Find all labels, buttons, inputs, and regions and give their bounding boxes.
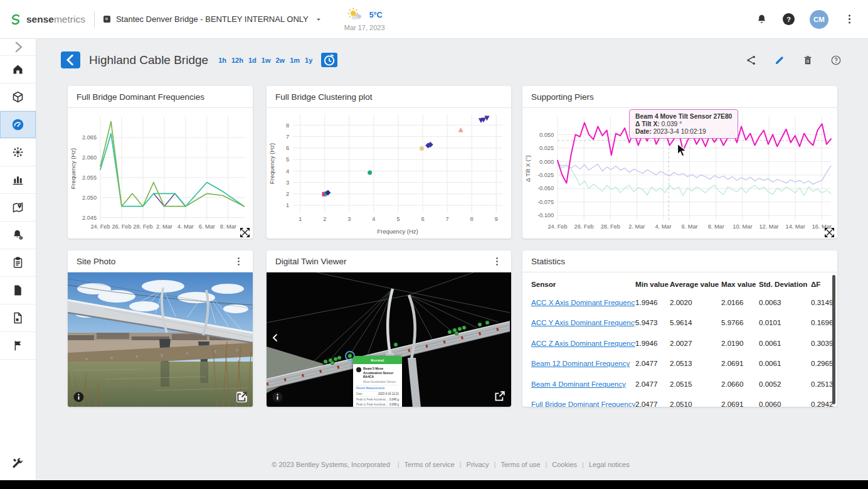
column-header: Sensor: [531, 280, 635, 288]
time-range-1h[interactable]: 1h: [218, 56, 226, 64]
time-range-1m[interactable]: 1m: [290, 56, 300, 64]
weather-temperature: 5°C: [369, 11, 383, 19]
popup-measurement-row: Date:2023-3-16 12:21: [356, 391, 399, 397]
table-scrollbar[interactable]: [832, 275, 835, 404]
cell-std: 0.0060: [759, 400, 811, 407]
svg-text:0.050: 0.050: [539, 132, 554, 138]
sidebar-item-templates[interactable]: [0, 304, 36, 332]
footer-link[interactable]: Cookies: [552, 461, 577, 468]
panel-menu-icon[interactable]: [492, 256, 502, 267]
cell-avg: 2.0515: [670, 380, 721, 388]
cell-std: 0.0052: [759, 380, 811, 388]
cell-df: 0.2965: [811, 359, 833, 367]
twin-info-icon[interactable]: [272, 392, 283, 402]
sidebar-item-reports[interactable]: [0, 249, 36, 277]
time-range-1d[interactable]: 1d: [248, 56, 257, 64]
recent-measurements-link[interactable]: Recent Measurements: [356, 385, 399, 391]
footer-separator: |: [460, 461, 462, 468]
sidebar-item-dashboards[interactable]: [0, 111, 36, 139]
sensor-link[interactable]: Beam 12 Dominant Frequency: [531, 359, 635, 367]
sidebar-item-documents[interactable]: [0, 277, 36, 304]
cell-max: 2.0190: [721, 339, 759, 347]
home-icon: [11, 63, 24, 76]
footer-link[interactable]: Legal notices: [589, 461, 630, 468]
sidebar-item-connectivity[interactable]: [0, 139, 36, 166]
svg-text:4. Mar: 4. Mar: [177, 223, 194, 230]
time-range-12h[interactable]: 12h: [231, 56, 243, 64]
photo-external-link-icon[interactable]: [236, 392, 247, 402]
expand-chart-icon[interactable]: [825, 228, 834, 237]
time-window-button[interactable]: [321, 53, 337, 67]
footer-link[interactable]: Privacy: [467, 461, 489, 468]
cell-df: 0.1696: [811, 318, 833, 326]
share-icon[interactable]: [746, 55, 757, 66]
cell-max: 2.0691: [721, 400, 759, 407]
file-icon: [11, 284, 24, 297]
sensor-link[interactable]: Beam 4 Dominant Frequency: [531, 380, 635, 388]
sidebar-expand-button[interactable]: [0, 39, 36, 56]
sidebar-item-analytics[interactable]: [0, 166, 36, 194]
cell-min: 5.9473: [635, 318, 670, 326]
footer-link[interactable]: Terms of use: [500, 461, 540, 468]
avatar[interactable]: CM: [810, 10, 828, 29]
file-corner-icon: [11, 311, 24, 325]
chevron-down-icon: [314, 15, 323, 24]
sidebar-item-flags[interactable]: [0, 332, 36, 360]
time-range-1w[interactable]: 1w: [262, 56, 271, 64]
bottom-black-bar: [0, 480, 868, 489]
twin-external-link-icon[interactable]: [494, 390, 505, 402]
panel-title: Statistics: [531, 257, 565, 266]
dominant-frequencies-chart[interactable]: 24. Feb26. Feb28. Feb2. Mar4. Mar6. Mar8…: [68, 108, 251, 237]
chart-tooltip: Beam 4 Move Tilt Sensor 27E80 Δ Tilt X: …: [629, 109, 738, 139]
sidebar-item-assets[interactable]: [0, 83, 36, 111]
panel-title: Supporting Piers: [531, 92, 594, 102]
time-range-1y[interactable]: 1y: [305, 56, 312, 64]
clustering-plot-chart[interactable]: 12345678912345678Frequency (Hz)Frequency…: [267, 108, 510, 238]
twin-prev-arrow-icon[interactable]: [270, 330, 281, 345]
cell-max: 2.0660: [721, 380, 759, 388]
column-header: Min value: [635, 280, 670, 288]
svg-text:4: 4: [286, 168, 289, 175]
column-header: Max value: [721, 280, 759, 288]
help-outline-icon[interactable]: [830, 55, 842, 66]
sidebar-item-alerts[interactable]: [0, 222, 36, 249]
sensor-link[interactable]: Full Bridge Dominant Frequency: [531, 400, 635, 407]
sensor-link[interactable]: ACC X Axis Dominant Frequency 1: [531, 298, 635, 306]
sidebar-item-home[interactable]: [0, 56, 36, 83]
svg-text:1: 1: [286, 202, 289, 208]
edit-pencil-icon[interactable]: [774, 55, 785, 66]
svg-text:26. Feb: 26. Feb: [112, 223, 131, 230]
sidebar-item-map[interactable]: [0, 194, 36, 222]
svg-text:28. Feb: 28. Feb: [133, 223, 152, 230]
svg-text:2.055: 2.055: [82, 175, 97, 181]
svg-text:2.045: 2.045: [82, 215, 97, 221]
footer-separator: |: [582, 461, 584, 468]
sidebar-item-tools[interactable]: [0, 449, 35, 476]
time-range-2w[interactable]: 2w: [275, 56, 285, 64]
svg-text:1: 1: [299, 216, 302, 222]
svg-text:24. Feb: 24. Feb: [90, 223, 110, 230]
tooltip-value: 0.039 °: [662, 121, 682, 127]
gauge-icon: [11, 118, 24, 131]
footer-link[interactable]: Terms of service: [405, 461, 455, 468]
photo-info-icon[interactable]: [73, 392, 84, 402]
svg-text:26. Feb: 26. Feb: [574, 223, 594, 230]
help-button[interactable]: ?: [783, 13, 795, 25]
svg-text:Δ Tilt X (°): Δ Tilt X (°): [524, 155, 531, 182]
kebab-menu-icon[interactable]: [844, 13, 855, 25]
expand-chart-icon[interactable]: [240, 228, 250, 237]
sensor-link[interactable]: ACC Y Axis Dominant Frequency 1: [531, 318, 635, 326]
notifications-bell-icon[interactable]: [756, 13, 768, 25]
hub-icon: [11, 146, 24, 159]
sensor-link[interactable]: ACC Z Axis Dominant Frequency 1: [531, 339, 635, 347]
back-button[interactable]: [61, 51, 80, 68]
panel-menu-icon[interactable]: [233, 256, 244, 267]
measurement-value: 0.045 g: [389, 398, 399, 401]
cell-avg: 2.0020: [670, 298, 721, 306]
project-selector-label: Stantec Denver Bridge - BENTLEY INTERNAL…: [116, 14, 309, 24]
delete-trash-icon[interactable]: [802, 55, 813, 66]
tooltip-value: 2023-3-4 10:02:19: [654, 128, 706, 135]
map-pin-icon: [11, 201, 24, 214]
svg-text:0.000: 0.000: [539, 159, 554, 165]
project-selector[interactable]: Stantec Denver Bridge - BENTLEY INTERNAL…: [103, 14, 323, 24]
